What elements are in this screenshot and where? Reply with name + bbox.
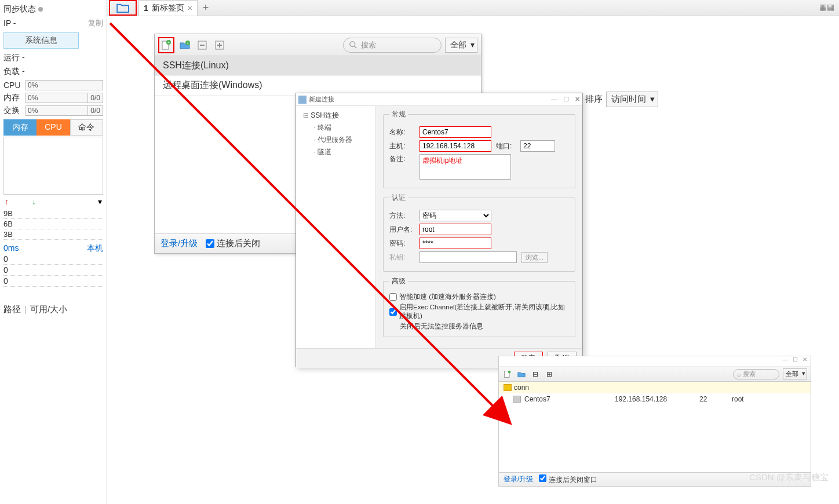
new-folder-button[interactable]: [516, 369, 527, 379]
sync-status-label: 同步状态: [3, 4, 36, 13]
svg-text:+: +: [187, 41, 189, 45]
session-toolbar: + + 搜索 全部: [155, 34, 481, 56]
expand-button[interactable]: ⊞: [544, 369, 555, 379]
metric-tabs: 内存 CPU 命令: [3, 119, 103, 136]
close-after-checkbox[interactable]: 连接后关闭窗口: [539, 474, 597, 485]
latency-value: 0ms: [3, 243, 19, 254]
svg-line-11: [355, 46, 357, 48]
expand-button[interactable]: [213, 38, 227, 52]
close-icon[interactable]: ✕: [802, 356, 807, 366]
sidebar: 同步状态 IP -复制 系统信息 运行 - 负载 - CPU0% 内存0%0/0…: [0, 0, 107, 504]
maximize-icon[interactable]: ☐: [563, 96, 569, 103]
download-icon: ↓: [32, 197, 36, 206]
minimize-icon[interactable]: —: [551, 96, 557, 103]
filter-dropdown[interactable]: 全部: [445, 38, 477, 53]
minimize-icon[interactable]: —: [782, 356, 788, 366]
dialog-tree: SSH连接 终端 代理服务器 隧道: [296, 106, 376, 348]
tab-cmd[interactable]: 命令: [70, 119, 103, 136]
sync-dot-icon: [38, 7, 43, 12]
copy-button[interactable]: 复制: [88, 18, 103, 28]
metric-graph: [3, 137, 103, 195]
privatekey-input: [420, 251, 517, 263]
port-input[interactable]: [520, 140, 555, 152]
folder-button[interactable]: [109, 0, 137, 16]
zero-rows: 0 0 0: [3, 254, 103, 287]
tab-label: 新标签页: [152, 3, 184, 13]
new-folder-button[interactable]: +: [178, 38, 192, 52]
folder-icon: [504, 384, 512, 391]
method-select[interactable]: 密码: [420, 210, 491, 221]
collapse-button[interactable]: [195, 38, 209, 52]
svg-point-13: [508, 370, 511, 373]
close-icon[interactable]: ✕: [575, 96, 580, 103]
advanced-group: 高级 智能加速 (加速海外服务器连接) 启用Exec Channel(若连接上就…: [383, 276, 575, 337]
grid-view-icon[interactable]: ▦▦: [815, 0, 839, 16]
tab-cpu[interactable]: CPU: [37, 119, 70, 136]
local-label[interactable]: 本机: [87, 243, 103, 254]
username-input[interactable]: [420, 224, 491, 235]
swap-bar: 0%0/0: [25, 105, 103, 116]
connection-item[interactable]: Centos7 192.168.154.128 22 root: [499, 393, 811, 405]
tree-tunnel[interactable]: 隧道: [298, 146, 373, 158]
folder-row[interactable]: conn: [499, 382, 811, 393]
general-group: 常规 名称: 主机:端口: 备注:: [383, 109, 575, 188]
server-icon: [513, 396, 521, 403]
net-rows: 9B 6B 3B: [3, 209, 103, 240]
connlist-toolbar: ⊟ ⊞ ⌕ 搜索 全部: [499, 367, 811, 382]
add-tab-button[interactable]: +: [198, 0, 214, 16]
dropdown-icon[interactable]: ▾: [98, 197, 102, 206]
swap-label: 交换: [3, 105, 25, 116]
search-input[interactable]: ⌕ 搜索: [733, 369, 779, 379]
watermark: CSDN @东离与糖宝: [749, 472, 829, 483]
new-connection-dialog: 新建连接 —☐✕ SSH连接 终端 代理服务器 隧道 常规 名称: 主机:端口:…: [296, 93, 583, 367]
run-label: 运行 -: [3, 53, 25, 63]
accel-checkbox[interactable]: 智能加速 (加速海外服务器连接): [389, 293, 569, 301]
load-label: 负载 -: [3, 67, 25, 77]
filter-dropdown[interactable]: 全部: [783, 368, 807, 379]
password-input[interactable]: [420, 238, 491, 249]
close-after-checkbox[interactable]: 连接后关闭: [206, 238, 260, 249]
ip-label: IP -: [3, 19, 16, 28]
login-link[interactable]: 登录/升级: [160, 238, 198, 249]
close-icon[interactable]: ×: [188, 3, 192, 13]
tab-memory[interactable]: 内存: [3, 119, 37, 136]
sort-control: 排序 访问时间: [585, 92, 658, 107]
tab-number: 1: [144, 3, 148, 13]
cpu-label: CPU: [3, 81, 25, 90]
new-file-button[interactable]: [502, 369, 513, 379]
tree-ssh[interactable]: SSH连接: [298, 109, 373, 122]
tree-terminal[interactable]: 终端: [298, 122, 373, 134]
search-input[interactable]: 搜索: [343, 38, 442, 53]
path-header: 路径|可用/大小: [3, 304, 103, 315]
login-link[interactable]: 登录/升级: [504, 474, 533, 484]
cpu-bar: 0%: [25, 80, 103, 90]
dialog-form: 常规 名称: 主机:端口: 备注: 认证 方法:密码 用户名: 密码: 私钥:浏…: [376, 106, 582, 348]
new-file-button[interactable]: +: [158, 37, 174, 53]
browse-button[interactable]: 浏览...: [521, 252, 548, 263]
svg-text:+: +: [167, 41, 170, 45]
note-input[interactable]: [420, 154, 511, 180]
maximize-icon[interactable]: ☐: [793, 356, 798, 366]
system-info-button[interactable]: 系统信息: [3, 32, 79, 49]
tab-new[interactable]: 1 新标签页 ×: [138, 0, 198, 16]
dialog-titlebar: 新建连接 —☐✕: [296, 93, 582, 106]
auth-group: 认证 方法:密码 用户名: 密码: 私钥:浏览...: [383, 193, 575, 272]
svg-point-10: [350, 41, 355, 46]
mem-bar: 0%0/0: [25, 93, 103, 103]
host-input[interactable]: [420, 140, 491, 152]
collapse-button[interactable]: ⊟: [530, 369, 541, 379]
tab-bar: 1 新标签页 × + ▦▦: [107, 0, 839, 16]
tree-proxy[interactable]: 代理服务器: [298, 134, 373, 146]
advanced-note: 关闭后无法监控服务器信息: [389, 322, 569, 331]
name-input[interactable]: [420, 126, 491, 138]
sort-label: 排序: [585, 94, 603, 105]
app-icon: [298, 96, 307, 104]
exec-checkbox[interactable]: 启用Exec Channel(若连接上就被断开,请关闭该项,比如跳板机): [389, 303, 569, 320]
mem-label: 内存: [3, 93, 25, 103]
sort-dropdown[interactable]: 访问时间: [606, 92, 658, 107]
connection-list-panel: —☐✕ ⊟ ⊞ ⌕ 搜索 全部 conn Centos7 192.168.154…: [498, 356, 811, 487]
menu-ssh-linux[interactable]: SSH连接(Linux): [155, 56, 481, 76]
dialog-title: 新建连接: [309, 95, 334, 104]
upload-icon: ↑: [5, 197, 9, 206]
connection-type-menu: SSH连接(Linux) 远程桌面连接(Windows): [155, 56, 481, 96]
